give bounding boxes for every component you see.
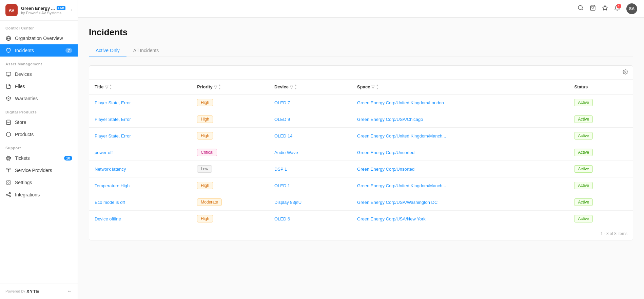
- search-icon[interactable]: [578, 5, 584, 13]
- sidebar-item-settings[interactable]: Settings: [0, 176, 78, 189]
- cell-status-7: Active: [569, 211, 633, 227]
- priority-badge-2: High: [197, 132, 213, 140]
- tab-active-only[interactable]: Active Only: [89, 44, 126, 57]
- space-link-6[interactable]: Green Energy Corp/USA/Washington DC: [357, 200, 437, 205]
- bell-badge: 1: [617, 4, 621, 8]
- cell-priority-0: High: [192, 94, 269, 111]
- col-header-priority: Priority ▽ ▲▼: [192, 80, 269, 94]
- products-icon: [5, 131, 12, 137]
- page-content: Incidents Active Only All Incidents Titl…: [78, 18, 644, 299]
- sparkle-icon[interactable]: [602, 5, 608, 13]
- table-row: power off Critical Audio Wave Green Ener…: [89, 144, 633, 161]
- device-link-7[interactable]: OLED 6: [274, 216, 290, 221]
- svg-marker-16: [603, 5, 608, 10]
- title-link-3[interactable]: power off: [95, 150, 113, 155]
- user-avatar[interactable]: SA: [626, 3, 637, 14]
- sidebar-item-devices[interactable]: Devices: [0, 68, 78, 80]
- main-content: 1 SA Incidents Active Only All Incidents: [78, 0, 644, 299]
- space-link-5[interactable]: Green Energy Corp/United Kingdom/Manch..…: [357, 183, 446, 188]
- cell-title-2: Player State, Error: [89, 128, 192, 144]
- device-link-5[interactable]: OLED 1: [274, 183, 290, 188]
- space-sort-icon[interactable]: ▲▼: [376, 84, 378, 90]
- device-link-6[interactable]: Display 83jnU: [274, 200, 301, 205]
- tab-all-incidents[interactable]: All Incidents: [126, 44, 165, 57]
- device-link-1[interactable]: OLED 9: [274, 117, 290, 122]
- cell-status-3: Active: [569, 144, 633, 161]
- title-link-2[interactable]: Player State, Error: [95, 133, 131, 138]
- cell-device-3: Audio Wave: [269, 144, 352, 161]
- priority-badge-0: High: [197, 99, 213, 106]
- title-sort-icon[interactable]: ▲▼: [110, 84, 112, 90]
- lab-badge: LAB: [57, 6, 66, 10]
- title-link-4[interactable]: Network latency: [95, 167, 126, 172]
- sidebar-item-products[interactable]: Products: [0, 128, 78, 141]
- cell-space-3: Green Energy Corp/Unsorted: [352, 144, 569, 161]
- title-link-0[interactable]: Player State, Error: [95, 100, 131, 105]
- cell-title-4: Network latency: [89, 161, 192, 177]
- cell-priority-7: High: [192, 211, 269, 227]
- cell-title-7: Device offline: [89, 211, 192, 227]
- devices-label: Devices: [15, 71, 72, 77]
- topbar: 1 SA: [78, 0, 644, 18]
- sidebar-header: AV Green Energy ... LAB by Powerful AV S…: [0, 0, 78, 21]
- table-settings-button[interactable]: [623, 69, 628, 76]
- service-providers-label: Service Providers: [15, 168, 72, 173]
- space-link-3[interactable]: Green Energy Corp/Unsorted: [357, 150, 414, 155]
- priority-filter-icon[interactable]: ▽: [214, 85, 217, 89]
- cell-device-7: OLED 6: [269, 211, 352, 227]
- svg-line-12: [8, 193, 9, 194]
- device-filter-icon[interactable]: ▽: [290, 85, 293, 89]
- col-header-device: Device ▽ ▲▼: [269, 80, 352, 94]
- sidebar-item-warranties[interactable]: Warranties: [0, 92, 78, 105]
- device-link-2[interactable]: OLED 14: [274, 133, 292, 138]
- device-link-3[interactable]: Audio Wave: [274, 150, 298, 155]
- cart-icon[interactable]: [590, 5, 596, 13]
- title-link-7[interactable]: Device offline: [95, 216, 121, 221]
- sidebar-item-org-overview[interactable]: Organization Overview: [0, 32, 78, 44]
- table-row: Player State, Error High OLED 9 Green En…: [89, 111, 633, 128]
- bell-icon[interactable]: 1: [614, 5, 620, 13]
- store-icon: [5, 119, 12, 125]
- integrations-icon: [5, 192, 12, 198]
- sidebar-item-files[interactable]: Files: [0, 80, 78, 92]
- space-filter-icon[interactable]: ▽: [371, 85, 374, 89]
- col-header-status: Status: [569, 80, 633, 94]
- devices-icon: [5, 71, 12, 77]
- expand-icon[interactable]: ›: [71, 8, 72, 13]
- title-filter-icon[interactable]: ▽: [105, 85, 108, 89]
- priority-sort-icon[interactable]: ▲▼: [218, 84, 221, 90]
- space-link-1[interactable]: Green Energy Corp/USA/Chicago: [357, 117, 423, 122]
- priority-badge-4: Low: [197, 165, 212, 173]
- svg-rect-2: [6, 72, 11, 75]
- space-link-7[interactable]: Green Energy Corp/USA/New York: [357, 216, 426, 221]
- warranties-label: Warranties: [15, 96, 72, 101]
- sidebar-item-integrations[interactable]: Integrations: [0, 189, 78, 201]
- sidebar-logo: AV: [5, 4, 18, 16]
- col-header-space: Space ▽ ▲▼: [352, 80, 569, 94]
- tickets-icon: [5, 155, 12, 161]
- device-link-4[interactable]: DSP 1: [274, 167, 287, 172]
- space-link-4[interactable]: Green Energy Corp/Unsorted: [357, 167, 414, 172]
- col-header-title: Title ▽ ▲▼: [89, 80, 192, 94]
- title-link-6[interactable]: Eco mode is off: [95, 200, 125, 205]
- title-link-1[interactable]: Player State, Error: [95, 117, 131, 122]
- sidebar: AV Green Energy ... LAB by Powerful AV S…: [0, 0, 78, 299]
- powered-by-text: Powered by XYTE: [5, 289, 39, 294]
- sidebar-item-service-providers[interactable]: Service Providers: [0, 164, 78, 176]
- sidebar-item-incidents[interactable]: Incidents 7: [0, 44, 78, 57]
- org-subtitle: by Powerful AV Systems: [21, 11, 67, 15]
- device-sort-icon[interactable]: ▲▼: [294, 84, 297, 90]
- cell-device-1: OLED 9: [269, 111, 352, 128]
- space-link-2[interactable]: Green Energy Corp/United Kingdom/Manch..…: [357, 133, 446, 138]
- space-link-0[interactable]: Green Energy Corp/United Kingdom/London: [357, 100, 444, 105]
- sidebar-item-tickets[interactable]: Tickets 10: [0, 152, 78, 164]
- sidebar-item-store[interactable]: Store: [0, 116, 78, 128]
- collapse-sidebar-icon[interactable]: ←: [67, 288, 72, 294]
- title-link-5[interactable]: Temperature High: [95, 183, 130, 188]
- svg-point-10: [9, 196, 11, 197]
- pagination-text: 1 - 8 of 8 items: [601, 231, 627, 236]
- device-link-0[interactable]: OLED 7: [274, 100, 290, 105]
- cell-status-6: Active: [569, 194, 633, 211]
- control-center-label: Control Center: [0, 21, 78, 32]
- cell-device-2: OLED 14: [269, 128, 352, 144]
